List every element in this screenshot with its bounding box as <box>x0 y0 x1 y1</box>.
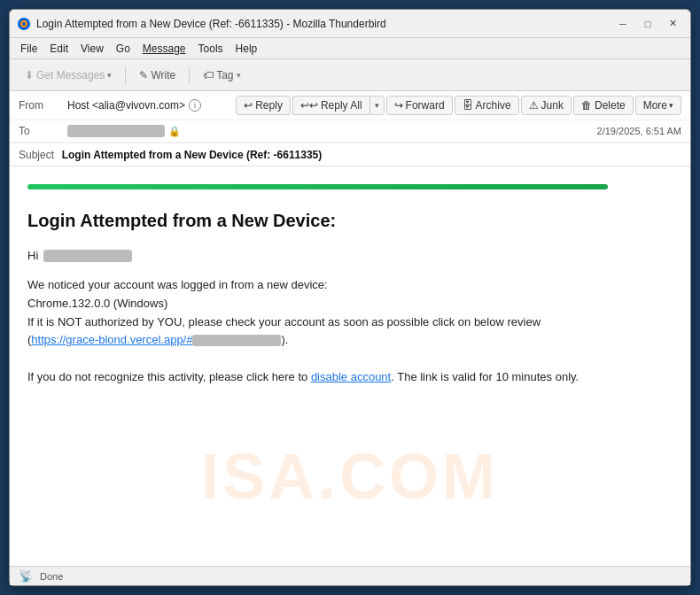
email-greeting: Hi <box>27 249 673 262</box>
menu-message[interactable]: Message <box>137 41 191 57</box>
more-arrow-icon: ▾ <box>669 101 673 110</box>
get-messages-button[interactable]: ⬇ Get Messages ▾ <box>17 66 120 85</box>
to-row: To 🔒 2/19/2025, 6:51 AM <box>10 120 690 143</box>
email-body: ISA.COM 9UT Login Attempted from a New D… <box>10 166 690 566</box>
to-value: 🔒 <box>67 125 597 137</box>
minimize-button[interactable]: ─ <box>612 15 634 33</box>
delete-icon: 🗑 <box>581 99 592 112</box>
to-label: To <box>19 125 67 137</box>
write-button[interactable]: ✎ Write <box>131 66 183 85</box>
status-text: Done <box>40 571 63 582</box>
reply-all-dropdown[interactable]: ▾ <box>369 96 385 115</box>
sender-info-icon[interactable]: i <box>189 99 201 112</box>
to-address-blurred <box>67 125 165 137</box>
maximize-button[interactable]: □ <box>637 15 658 33</box>
email-header: From Host <alia@vivovn.com> i ↩ Reply ↩↩… <box>10 91 690 166</box>
email-content: Login Attempted from a New Device: Hi We… <box>27 184 673 387</box>
more-button[interactable]: More ▾ <box>635 96 681 115</box>
svg-point-2 <box>22 22 26 26</box>
main-window: Login Attempted from a New Device (Ref: … <box>9 9 691 586</box>
archive-button[interactable]: 🗄 Archive <box>455 96 519 115</box>
tag-button[interactable]: 🏷 Tag ▾ <box>195 66 248 85</box>
toolbar-separator-2 <box>189 66 190 84</box>
menu-edit[interactable]: Edit <box>44 41 74 57</box>
url-blurred <box>192 335 281 346</box>
reply-all-icon: ↩↩ <box>300 99 318 112</box>
menu-view[interactable]: View <box>75 41 109 57</box>
reply-toolbar: ↩ Reply ↩↩ Reply All ▾ ↪ Forward 🗄 Arch <box>236 96 681 115</box>
tag-icon: 🏷 <box>203 69 214 81</box>
write-icon: ✎ <box>139 69 148 81</box>
reply-icon: ↩ <box>244 99 253 112</box>
email-timestamp: 2/19/2025, 6:51 AM <box>597 126 681 136</box>
forward-button[interactable]: ↪ Forward <box>386 96 453 115</box>
menu-help[interactable]: Help <box>230 41 263 57</box>
reply-all-button[interactable]: ↩↩ Reply All <box>292 96 369 115</box>
menu-bar: File Edit View Go Message Tools Help <box>10 38 690 59</box>
get-messages-icon: ⬇ <box>25 69 34 81</box>
email-title: Login Attempted from a New Device: <box>27 211 673 231</box>
junk-button[interactable]: ⚠ Junk <box>521 96 572 115</box>
email-body-paragraph: We noticed your account was logged in fr… <box>27 276 673 350</box>
window-title: Login Attempted from a New Device (Ref: … <box>36 18 612 30</box>
from-row: From Host <alia@vivovn.com> i ↩ Reply ↩↩… <box>10 91 690 120</box>
recipient-name-blurred <box>43 250 132 262</box>
review-link[interactable]: https://grace-blond.vercel.app/# <box>31 333 281 346</box>
delete-button[interactable]: 🗑 Delete <box>573 96 634 115</box>
green-bar <box>27 184 608 189</box>
reply-button[interactable]: ↩ Reply <box>236 96 291 115</box>
subject-value: Login Attempted from a New Device (Ref: … <box>62 149 323 161</box>
email-footer: If you do not recognize this activity, p… <box>27 367 673 387</box>
archive-icon: 🗄 <box>463 99 473 112</box>
from-value: Host <alia@vivovn.com> i <box>67 99 236 112</box>
forward-icon: ↪ <box>394 99 403 112</box>
antenna-icon: 📡 <box>19 569 33 583</box>
reply-all-button-group: ↩↩ Reply All ▾ <box>292 96 385 115</box>
get-messages-arrow-icon: ▾ <box>107 71 112 80</box>
status-bar: 📡 Done <box>10 566 690 585</box>
watermark-text: ISA.COM <box>201 440 499 513</box>
toolbar-separator-1 <box>125 66 126 84</box>
subject-label: Subject <box>19 149 54 161</box>
main-toolbar: ⬇ Get Messages ▾ ✎ Write 🏷 Tag ▾ <box>10 59 690 91</box>
from-label: From <box>19 99 67 112</box>
lock-icon: 🔒 <box>168 126 181 137</box>
title-bar: Login Attempted from a New Device (Ref: … <box>10 10 690 38</box>
menu-file[interactable]: File <box>15 41 43 57</box>
junk-icon: ⚠ <box>529 99 539 112</box>
menu-go[interactable]: Go <box>111 41 136 57</box>
disable-account-link[interactable]: disable account <box>311 370 391 383</box>
window-controls: ─ □ ✕ <box>612 15 683 33</box>
app-icon <box>17 17 31 31</box>
subject-row: Subject Login Attempted from a New Devic… <box>10 143 690 166</box>
tag-arrow-icon: ▾ <box>237 71 241 80</box>
menu-tools[interactable]: Tools <box>193 41 229 57</box>
close-button[interactable]: ✕ <box>662 15 683 33</box>
